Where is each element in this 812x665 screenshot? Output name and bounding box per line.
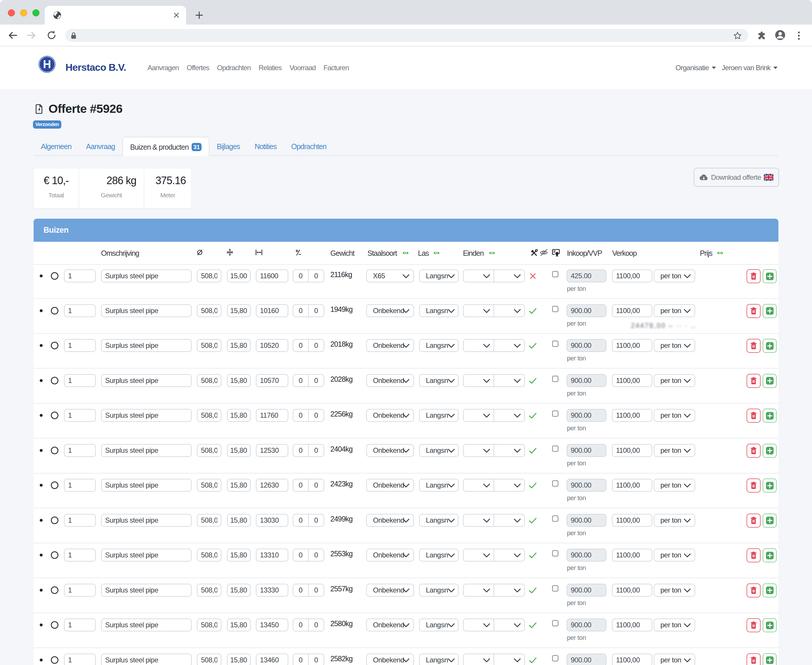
staalsoort-select[interactable]: X65 bbox=[366, 270, 414, 282]
diameter-input[interactable] bbox=[197, 304, 221, 317]
nav-organisatie[interactable]: Organisatie bbox=[676, 64, 716, 72]
certificate-checkbox[interactable] bbox=[552, 271, 559, 277]
tolerance-plus-input[interactable]: 0 bbox=[293, 375, 308, 387]
price-unit-select[interactable]: per ton bbox=[654, 339, 695, 352]
delete-row-button[interactable] bbox=[747, 374, 761, 388]
add-row-button[interactable] bbox=[763, 514, 777, 527]
delete-row-button[interactable] bbox=[747, 409, 761, 423]
length-input[interactable] bbox=[256, 339, 288, 352]
description-input[interactable] bbox=[101, 479, 191, 491]
nav-aanvragen[interactable]: Aanvragen bbox=[147, 64, 179, 72]
tolerance-minus-input[interactable]: 0 bbox=[308, 514, 323, 526]
certificate-checkbox[interactable] bbox=[552, 341, 559, 347]
einden-select-2[interactable] bbox=[493, 445, 524, 456]
herstaco-logo[interactable]: H bbox=[38, 56, 56, 73]
quantity-input[interactable] bbox=[64, 409, 96, 422]
diameter-input[interactable] bbox=[197, 549, 221, 562]
browser-tab[interactable] bbox=[45, 6, 186, 25]
tolerance-plus-input[interactable]: 0 bbox=[293, 270, 308, 282]
length-input[interactable] bbox=[256, 270, 288, 282]
length-input[interactable] bbox=[256, 409, 288, 422]
quantity-input[interactable] bbox=[64, 619, 96, 631]
certificate-checkbox[interactable] bbox=[552, 446, 559, 452]
add-row-button[interactable] bbox=[763, 374, 777, 388]
add-row-button[interactable] bbox=[763, 653, 777, 665]
add-row-button[interactable] bbox=[763, 444, 777, 458]
price-unit-select[interactable]: per ton bbox=[654, 619, 695, 631]
tolerance-minus-input[interactable]: 0 bbox=[308, 375, 323, 387]
staalsoort-select[interactable]: Onbekend bbox=[366, 584, 414, 596]
einden-select-2[interactable] bbox=[493, 654, 524, 665]
tolerance-plus-input[interactable]: 0 bbox=[293, 514, 308, 526]
nav-opdrachten[interactable]: Opdrachten bbox=[217, 64, 251, 72]
tolerance-minus-input[interactable]: 0 bbox=[308, 305, 323, 316]
einden-select-2[interactable] bbox=[493, 549, 524, 561]
einden-select-1[interactable] bbox=[464, 549, 493, 561]
price-unit-select[interactable]: per ton bbox=[654, 270, 695, 282]
tolerance-minus-input[interactable]: 0 bbox=[308, 479, 323, 491]
eye-icon[interactable] bbox=[717, 251, 724, 256]
las-select[interactable]: Langsn bbox=[419, 270, 459, 282]
einden-select-2[interactable] bbox=[493, 340, 524, 351]
reload-icon[interactable] bbox=[46, 30, 57, 41]
tolerance-minus-input[interactable]: 0 bbox=[308, 619, 323, 631]
inkoop-input[interactable] bbox=[567, 304, 606, 317]
staalsoort-select[interactable]: Onbekend bbox=[366, 304, 414, 317]
staalsoort-select[interactable]: Onbekend bbox=[366, 339, 414, 352]
verkoop-input[interactable] bbox=[612, 479, 652, 491]
diameter-input[interactable] bbox=[197, 514, 221, 527]
quantity-input[interactable] bbox=[64, 549, 96, 562]
star-icon[interactable] bbox=[733, 31, 742, 40]
price-unit-select[interactable]: per ton bbox=[654, 654, 695, 665]
einden-select-1[interactable] bbox=[464, 409, 493, 421]
einden-select-2[interactable] bbox=[493, 584, 524, 596]
las-select[interactable]: Langsn bbox=[419, 339, 459, 352]
tolerance-plus-input[interactable]: 0 bbox=[293, 654, 308, 665]
extensions-icon[interactable] bbox=[757, 31, 766, 40]
inkoop-input[interactable] bbox=[567, 339, 606, 352]
wall-input[interactable] bbox=[227, 304, 251, 317]
length-input[interactable] bbox=[256, 374, 288, 387]
tolerance-minus-input[interactable]: 0 bbox=[308, 340, 323, 351]
quantity-input[interactable] bbox=[64, 304, 96, 317]
wall-input[interactable] bbox=[227, 339, 251, 352]
verkoop-input[interactable] bbox=[612, 374, 652, 387]
las-select[interactable]: Langsn bbox=[419, 374, 459, 387]
tolerance-minus-input[interactable]: 0 bbox=[308, 549, 323, 561]
delete-row-button[interactable] bbox=[747, 304, 761, 318]
delete-row-button[interactable] bbox=[747, 514, 761, 527]
verkoop-input[interactable] bbox=[612, 339, 652, 352]
verkoop-input[interactable] bbox=[612, 654, 652, 665]
tolerance-plus-input[interactable]: 0 bbox=[293, 584, 308, 596]
delete-row-button[interactable] bbox=[747, 269, 761, 283]
length-input[interactable] bbox=[256, 304, 288, 317]
close-tab-icon[interactable] bbox=[173, 12, 180, 18]
verkoop-input[interactable] bbox=[612, 304, 652, 317]
price-unit-select[interactable]: per ton bbox=[654, 374, 695, 387]
wall-input[interactable] bbox=[227, 514, 251, 527]
description-input[interactable] bbox=[101, 619, 191, 631]
las-select[interactable]: Langsn bbox=[419, 479, 459, 491]
staalsoort-select[interactable]: Onbekend bbox=[366, 514, 414, 527]
quantity-input[interactable] bbox=[64, 514, 96, 527]
price-unit-select[interactable]: per ton bbox=[654, 304, 695, 317]
einden-select-1[interactable] bbox=[464, 584, 493, 596]
staalsoort-select[interactable]: Onbekend bbox=[366, 409, 414, 422]
einden-select-2[interactable] bbox=[493, 479, 524, 491]
certificate-checkbox[interactable] bbox=[552, 550, 559, 557]
length-input[interactable] bbox=[256, 619, 288, 631]
wall-input[interactable] bbox=[227, 479, 251, 491]
las-select[interactable]: Langsn bbox=[419, 409, 459, 422]
price-unit-select[interactable]: per ton bbox=[654, 479, 695, 491]
certificate-checkbox[interactable] bbox=[552, 515, 559, 522]
delete-row-button[interactable] bbox=[747, 339, 761, 353]
tolerance-minus-input[interactable]: 0 bbox=[308, 270, 323, 282]
wall-input[interactable] bbox=[227, 584, 251, 596]
description-input[interactable] bbox=[101, 549, 191, 562]
verkoop-input[interactable] bbox=[612, 619, 652, 631]
certificate-checkbox[interactable] bbox=[552, 480, 559, 487]
length-input[interactable] bbox=[256, 549, 288, 562]
wall-input[interactable] bbox=[227, 619, 251, 631]
description-input[interactable] bbox=[101, 514, 191, 527]
add-row-button[interactable] bbox=[763, 478, 777, 493]
